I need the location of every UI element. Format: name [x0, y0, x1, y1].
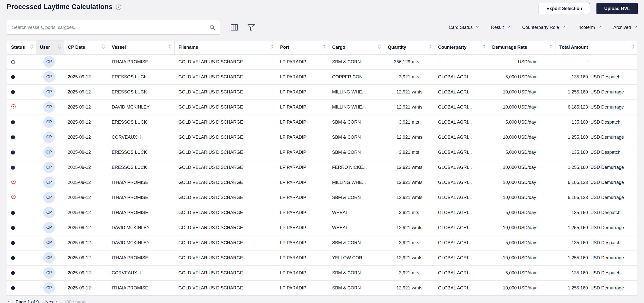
cell-user: CP [36, 69, 64, 84]
cell-vessel: CORVEAUX II [108, 265, 174, 280]
total-amount-label: USD Demurrage [590, 180, 624, 185]
quantity-unit: mts [412, 240, 426, 245]
sort-icon[interactable] [168, 44, 172, 51]
quantity-unit: mts [412, 150, 426, 155]
table-row[interactable]: CP2025-09-12ITHAIA PROMISEGOLD VELARIUS … [7, 175, 637, 190]
search-icon[interactable] [209, 24, 216, 32]
cell-status [7, 130, 36, 145]
cell-quantity: 3,921mts [384, 69, 434, 84]
filter-dropdown-incoterm[interactable]: Incoterm [577, 25, 602, 30]
status-done-icon [11, 90, 15, 94]
quantity-unit: wmts [412, 105, 426, 110]
cell-filename: GOLD VELARIUS DISCHARGE [174, 250, 276, 265]
total-amount-label: USD Despatch [590, 210, 620, 215]
cell-cp-date: 2025-09-12 [64, 145, 108, 160]
sort-icon[interactable] [30, 44, 33, 51]
table-row[interactable]: CP2025-09-12ERESSOS LUCKGOLD VELARIUS DI… [7, 84, 637, 99]
cell-quantity: 12,921wmts [384, 175, 434, 190]
prev-page-button[interactable]: ‹ [8, 299, 9, 303]
column-header-status[interactable]: Status [7, 40, 36, 54]
column-header-cp-date[interactable]: CP Date [64, 40, 108, 54]
column-label: Quantity [388, 45, 406, 50]
columns-icon[interactable] [229, 22, 239, 32]
table-row[interactable]: CP2025-09-12ERESSOS LUCKGOLD VELARIUS DI… [7, 69, 637, 84]
quantity-value: 12,921 [388, 165, 410, 170]
cell-status [7, 220, 36, 235]
filter-dropdown-counterparty-role[interactable]: Counterparty Role [522, 25, 566, 30]
cell-total-amount: 135,160USD Despatch [555, 235, 637, 250]
export-selection-button[interactable]: Export Selection [539, 3, 590, 14]
total-amount-value: 1,255,160 [559, 135, 588, 140]
pagination: ‹ Page 1 of 9 Next › 100 / page [8, 299, 85, 303]
quantity-value: 3,921 [388, 240, 410, 245]
table-row[interactable]: CP2025-09-12DAVID MCKINLEYGOLD VELARIUS … [7, 220, 637, 235]
cell-demurrage-rate: 10,000 USD/day [488, 160, 555, 175]
cell-demurrage-rate: 10,000 USD/day [488, 175, 555, 190]
sort-icon[interactable] [631, 44, 635, 51]
column-label: Status [11, 45, 25, 50]
user-avatar: CP [43, 207, 55, 218]
table-row[interactable]: CP2025-09-12ITHAIA PROMISEGOLD VELARIUS … [7, 280, 637, 295]
upload-bvl-button[interactable]: Upload BVL [596, 3, 638, 14]
cell-cp-date: 2025-09-12 [64, 280, 108, 295]
table-row[interactable]: CP2025-09-12ITHAIA PROMISEGOLD VELARIUS … [7, 250, 637, 265]
total-amount-value: 1,255,160 [559, 225, 588, 230]
table-row[interactable]: CP2025-09-12CORVEAUX IIGOLD VELARIUS DIS… [7, 130, 637, 145]
user-avatar: CP [43, 267, 55, 279]
sort-icon[interactable] [428, 44, 432, 51]
filter-dropdown-card-status[interactable]: Card Status [449, 25, 479, 30]
column-header-filename[interactable]: Filename [174, 40, 276, 54]
cell-cargo: YELLOW COR... [328, 250, 384, 265]
cell-demurrage-rate: 5,000 USD/day [488, 205, 555, 220]
table-row[interactable]: CP2025-09-12ITHAIA PROMISEGOLD VELARIUS … [7, 190, 637, 205]
table-row[interactable]: CP-ITHAIA PROMISEGOLD VELARIUS DISCHARGE… [7, 54, 637, 69]
user-avatar: CP [43, 192, 55, 203]
table-row[interactable]: CP2025-09-12DAVID MCKINLEYGOLD VELARIUS … [7, 235, 637, 250]
column-header-cargo[interactable]: Cargo [328, 40, 384, 54]
table-row[interactable]: CP2025-09-12ERESSOS LUCKGOLD VELARIUS DI… [7, 115, 637, 130]
chevron-down-icon [562, 25, 566, 30]
column-header-demurrage-rate[interactable]: Demurrage Rate [488, 40, 555, 54]
cell-port: LP PARADIP [276, 190, 328, 205]
sort-icon[interactable] [482, 44, 486, 51]
column-header-vessel[interactable]: Vessel [108, 40, 174, 54]
cell-cargo: SBM & CORN [328, 115, 384, 130]
filter-dropdown-result[interactable]: Result [491, 25, 511, 30]
table-row[interactable]: CP2025-09-12ITHAIA PROMISEGOLD VELARIUS … [7, 205, 637, 220]
cell-total-amount: 135,160USD Despatch [555, 69, 637, 84]
sort-icon[interactable] [270, 44, 274, 51]
column-header-total-amount[interactable]: Total Amount [555, 40, 637, 54]
quantity-value: 12,921 [388, 135, 410, 140]
info-icon[interactable]: i [116, 5, 121, 10]
sort-icon[interactable] [549, 44, 553, 51]
sort-icon[interactable] [102, 44, 105, 51]
sort-icon[interactable] [322, 44, 326, 51]
table-row[interactable]: CP2025-09-12DAVID MCKINLEYGOLD VELARIUS … [7, 99, 637, 115]
quantity-unit: mts [412, 74, 426, 80]
next-page-button[interactable]: Next › [45, 299, 57, 303]
sort-icon[interactable] [378, 44, 381, 51]
cell-cp-date: - [64, 54, 108, 69]
column-header-quantity[interactable]: Quantity [384, 40, 434, 54]
search-input[interactable] [7, 20, 220, 35]
cell-total-amount: 135,160USD Despatch [555, 145, 637, 160]
cell-cp-date: 2025-09-12 [64, 220, 108, 235]
column-header-user[interactable]: User [36, 40, 64, 54]
filter-label: Result [491, 25, 504, 30]
filter-dropdown-archived[interactable]: Archived [613, 25, 638, 30]
cell-user: CP [36, 175, 64, 190]
table-row[interactable]: CP2025-09-12CORVEAUX IIGOLD VELARIUS DIS… [7, 265, 637, 280]
quantity-value: 3,921 [388, 270, 410, 276]
table-row[interactable]: CP2025-09-12ERESSOS LUCKGOLD VELARIUS DI… [7, 145, 637, 160]
cell-port: LP PARADIP [276, 205, 328, 220]
user-avatar: CP [43, 71, 55, 83]
filter-funnel-icon[interactable] [246, 22, 256, 32]
quantity-unit: wmts [412, 225, 426, 230]
column-header-port[interactable]: Port [276, 40, 328, 54]
cell-user: CP [36, 99, 64, 115]
table-row[interactable]: CP2025-09-12ERESSOS LUCKGOLD VELARIUS DI… [7, 160, 637, 175]
sort-icon[interactable] [58, 44, 61, 51]
total-amount-value: 135,160 [559, 74, 588, 80]
page-header: Processed Laytime Calculations i Export … [7, 3, 638, 14]
column-header-counterparty[interactable]: Counterparty [434, 40, 488, 54]
